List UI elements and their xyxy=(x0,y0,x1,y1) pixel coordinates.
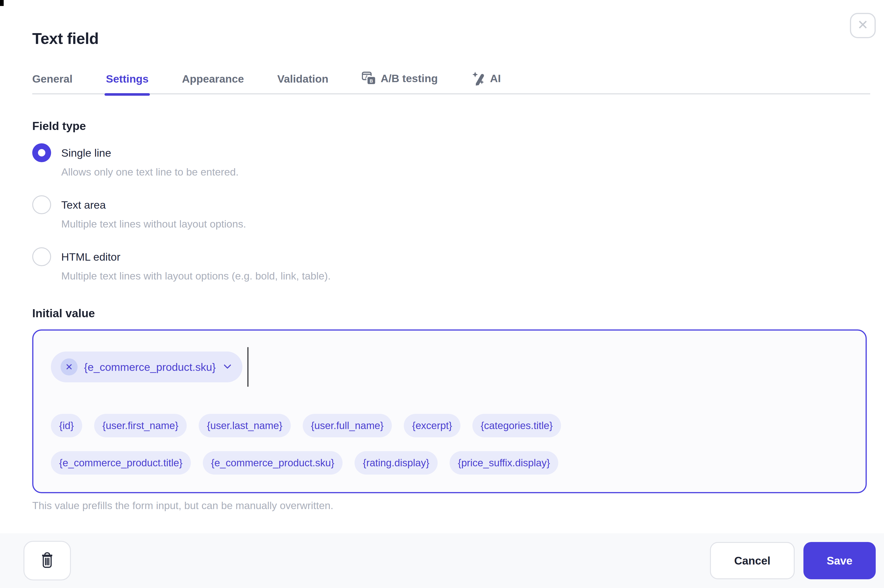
token-remove-button[interactable]: ✕ xyxy=(60,358,78,375)
tab-label: Validation xyxy=(277,72,329,86)
suggestion-row: {id} {user.first_name} {user.last_name} … xyxy=(51,414,849,437)
close-icon: ✕ xyxy=(857,18,869,32)
text-cursor xyxy=(248,347,248,387)
option-description: Allows only one text line to be entered. xyxy=(61,166,884,178)
token-row: ✕ {e_commerce_product.sku} xyxy=(51,347,849,387)
field-type-heading: Field type xyxy=(32,119,884,133)
radio-text-area[interactable] xyxy=(32,195,51,214)
suggestion-chip[interactable]: {e_commerce_product.title} xyxy=(51,451,191,475)
tab-label: Appearance xyxy=(182,72,244,86)
option-single-line: Single line Allows only one text line to… xyxy=(32,143,884,178)
chevron-down-icon[interactable] xyxy=(222,361,233,373)
tab-ab-testing[interactable]: A B A/B testing xyxy=(362,71,438,86)
tab-validation[interactable]: Validation xyxy=(277,72,329,86)
tab-ai[interactable]: AI xyxy=(471,71,501,86)
option-label: Text area xyxy=(61,198,106,211)
option-description: Multiple text lines without layout optio… xyxy=(61,218,884,231)
footer-actions: Cancel Save xyxy=(710,542,876,579)
delete-button[interactable] xyxy=(24,541,71,580)
close-button[interactable]: ✕ xyxy=(850,13,876,38)
suggestion-chip[interactable]: {excerpt} xyxy=(404,414,460,437)
tab-bar: General Settings Appearance Validation A… xyxy=(32,71,870,94)
tab-label: A/B testing xyxy=(381,72,438,85)
tab-label: Settings xyxy=(106,72,149,86)
remove-icon: ✕ xyxy=(65,362,73,372)
ai-sparkle-icon xyxy=(471,71,486,86)
trash-icon xyxy=(39,552,55,569)
suggestion-chip[interactable]: {categories.title} xyxy=(472,414,561,437)
helper-text: This value prefills the form input, but … xyxy=(32,499,884,512)
radio-single-line[interactable] xyxy=(32,143,51,162)
selected-token[interactable]: ✕ {e_commerce_product.sku} xyxy=(51,351,242,382)
suggestion-chip[interactable]: {e_commerce_product.sku} xyxy=(203,451,343,475)
tab-appearance[interactable]: Appearance xyxy=(182,72,244,86)
page-title: Text field xyxy=(32,30,884,47)
option-single-line-row[interactable]: Single line xyxy=(32,143,884,162)
option-label: HTML editor xyxy=(61,250,120,263)
suggestion-chip[interactable]: {id} xyxy=(51,414,82,437)
tab-general[interactable]: General xyxy=(32,72,72,86)
suggestion-chip[interactable]: {user.last_name} xyxy=(198,414,291,437)
initial-value-heading: Initial value xyxy=(32,306,884,320)
modal-footer: Cancel Save xyxy=(0,533,884,588)
option-text-area: Text area Multiple text lines without la… xyxy=(32,195,884,231)
tab-label: AI xyxy=(490,72,501,85)
tab-settings[interactable]: Settings xyxy=(106,72,149,86)
svg-text:B: B xyxy=(370,78,373,84)
radio-html-editor[interactable] xyxy=(32,247,51,266)
modal-body: Text field General Settings Appearance V… xyxy=(0,0,884,512)
suggestion-row: {e_commerce_product.title} {e_commerce_p… xyxy=(51,451,849,475)
save-button[interactable]: Save xyxy=(803,542,876,579)
option-html-editor: HTML editor Multiple text lines with lay… xyxy=(32,247,884,282)
option-description: Multiple text lines with layout options … xyxy=(61,270,884,282)
ab-testing-icon: A B xyxy=(362,71,376,86)
option-label: Single line xyxy=(61,147,111,159)
initial-value-input[interactable]: ✕ {e_commerce_product.sku} {id} {user.fi… xyxy=(32,329,867,493)
tab-label: General xyxy=(32,72,72,86)
suggestion-chip[interactable]: {rating.display} xyxy=(355,451,437,475)
suggestion-chip[interactable]: {user.full_name} xyxy=(303,414,392,437)
screenshot-artifact xyxy=(0,0,4,6)
suggestion-chip[interactable]: {user.first_name} xyxy=(94,414,187,437)
token-label: {e_commerce_product.sku} xyxy=(84,361,216,374)
option-html-editor-row[interactable]: HTML editor xyxy=(32,247,884,266)
field-type-options: Single line Allows only one text line to… xyxy=(32,143,884,282)
suggestion-chip[interactable]: {price_suffix.display} xyxy=(450,451,558,475)
cancel-button[interactable]: Cancel xyxy=(710,542,795,579)
option-text-area-row[interactable]: Text area xyxy=(32,195,884,214)
